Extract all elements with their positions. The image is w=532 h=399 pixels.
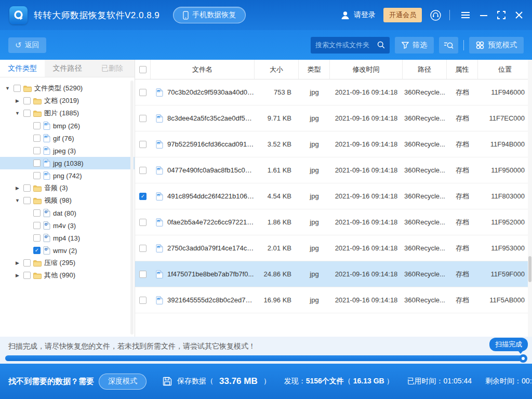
table-scrollbar[interactable] <box>528 60 532 337</box>
tree-checkbox[interactable] <box>33 159 41 167</box>
chevron-collapsed-icon[interactable]: ▶ <box>14 98 21 103</box>
tree-item[interactable]: bmp (26) <box>0 119 135 132</box>
tab-file-path[interactable]: 文件路径 <box>45 60 89 77</box>
login-button[interactable]: 请登录 <box>340 10 376 20</box>
minimize-icon[interactable] <box>480 11 487 19</box>
video-file-icon <box>43 209 50 217</box>
save-data-button[interactable]: 保存数据（33.76 MB） <box>162 376 271 387</box>
tree-checkbox[interactable] <box>23 272 31 279</box>
tree-checkbox[interactable] <box>14 85 21 92</box>
row-checkbox[interactable] <box>139 219 147 226</box>
tree-checkbox[interactable] <box>33 147 41 154</box>
row-checkbox[interactable] <box>139 271 147 278</box>
search-icon[interactable] <box>377 41 385 49</box>
file-modified: 2021-09-16 09:14:18 <box>330 166 403 174</box>
column-header-location[interactable]: 位置 <box>478 60 532 79</box>
chevron-expanded-icon[interactable]: ▼ <box>4 86 11 91</box>
save-size: 33.76 MB <box>219 376 258 387</box>
table-row[interactable]: 97b5225916cfd36ccad0919...3.52 KBjpg2021… <box>135 131 532 157</box>
tree-item[interactable]: jpeg (3) <box>0 144 135 157</box>
file-type: jpg <box>299 140 330 148</box>
video-file-icon <box>43 246 50 255</box>
scan-progress-knob[interactable] <box>519 354 527 363</box>
filter-button[interactable]: 筛选 <box>395 37 434 54</box>
vip-upgrade-button[interactable]: 开通会员 <box>383 8 422 22</box>
chevron-expanded-icon[interactable]: ▼ <box>14 111 21 116</box>
select-all-checkbox[interactable] <box>139 66 147 73</box>
deep-mode-button[interactable]: 深度模式 <box>99 374 147 390</box>
tree-item[interactable]: mp4 (13) <box>0 232 135 244</box>
chevron-collapsed-icon[interactable]: ▶ <box>14 185 21 191</box>
search-input[interactable] <box>315 41 377 49</box>
tree-item[interactable]: ▼视频 (98) <box>0 194 135 207</box>
phone-recovery-button[interactable]: 手机数据恢复 <box>173 7 246 23</box>
column-header-attr[interactable]: 属性 <box>447 60 478 79</box>
tree-item[interactable]: ▶文档 (2019) <box>0 95 135 107</box>
tab-deleted[interactable]: 已删除 <box>90 60 135 77</box>
tree-item[interactable]: ▼文件类型 (5290) <box>0 82 135 95</box>
tree-checkbox[interactable] <box>33 172 41 179</box>
tree-checkbox[interactable] <box>33 135 41 142</box>
tree-item[interactable]: png (742) <box>0 169 135 182</box>
tree-checkbox[interactable] <box>23 259 31 267</box>
table-row[interactable]: 8c3dee42a5fc35c2ae0df5ee...9.71 KBjpg202… <box>135 105 532 131</box>
back-label: 返回 <box>25 41 39 50</box>
tree-checkbox[interactable] <box>33 247 41 254</box>
tree-checkbox[interactable] <box>33 122 41 129</box>
table-scrollbar-thumb[interactable] <box>528 256 531 282</box>
tree-item[interactable]: m4v (3) <box>0 219 135 232</box>
chevron-collapsed-icon[interactable]: ▶ <box>14 273 21 278</box>
tree-item[interactable]: ▶压缩 (295) <box>0 257 135 269</box>
tree-item[interactable]: dat (80) <box>0 207 135 219</box>
tree-checkbox[interactable] <box>33 222 41 229</box>
tree-item[interactable]: ▶其他 (990) <box>0 269 135 282</box>
row-checkbox[interactable] <box>139 89 147 96</box>
table-row[interactable]: 70c3b20d2c9f5930aa40d05...753 Bjpg2021-0… <box>135 79 532 105</box>
row-checkbox[interactable] <box>139 167 147 174</box>
tree-item[interactable]: gif (76) <box>0 132 135 144</box>
column-header-name[interactable]: 文件名 <box>151 60 255 79</box>
column-header-modified[interactable]: 修改时间 <box>330 60 403 79</box>
table-row[interactable]: 0477e490fc0a9ac8fb15c074...1.61 KBjpg202… <box>135 157 532 183</box>
back-button[interactable]: ↺ 返回 <box>8 37 46 53</box>
footer-bar: 找不到需要的数据？需要 深度模式 保存数据（33.76 MB） 发现：5156个… <box>0 364 532 399</box>
row-checkbox[interactable] <box>139 297 147 304</box>
column-header-size[interactable]: 大小 <box>255 60 299 79</box>
chevron-expanded-icon[interactable]: ▼ <box>14 198 21 203</box>
table-row[interactable]: 1f475071be8beb7ab7fb7f0...24.86 KBjpg202… <box>135 261 532 287</box>
preview-mode-button[interactable]: 预览模式 <box>469 37 524 54</box>
chevron-collapsed-icon[interactable]: ▶ <box>14 260 21 265</box>
table-row[interactable]: 2750c3add0a79f14ce174c3...2.01 KBjpg2021… <box>135 235 532 261</box>
tree-checkbox[interactable] <box>23 184 31 192</box>
customer-service-icon[interactable] <box>430 9 442 21</box>
maximize-icon[interactable] <box>497 11 506 19</box>
file-attr: 存档 <box>447 88 478 97</box>
tab-file-type[interactable]: 文件类型 <box>0 60 45 77</box>
tree-item[interactable]: ▼图片 (1885) <box>0 107 135 119</box>
table-row[interactable]: 0fae2b5a4e722c6cc972214...1.86 KBjpg2021… <box>135 209 532 235</box>
row-checkbox[interactable] <box>139 141 147 148</box>
table-row[interactable]: 491c8954ddc26f4221b106b...4.54 KBjpg2021… <box>135 183 532 209</box>
row-checkbox[interactable] <box>139 115 147 122</box>
tree-item-label: 音频 (3) <box>44 183 68 193</box>
tree-item[interactable]: jpg (1038) <box>0 157 135 169</box>
sidebar-scrollbar[interactable] <box>130 81 134 335</box>
phone-recovery-label: 手机数据恢复 <box>192 10 236 20</box>
tree-checkbox[interactable] <box>33 234 41 242</box>
folder-icon <box>33 185 42 192</box>
tree-checkbox[interactable] <box>23 197 31 204</box>
search-box[interactable] <box>311 37 390 54</box>
column-header-path[interactable]: 路径 <box>403 60 447 79</box>
tree-checkbox[interactable] <box>33 209 41 217</box>
menu-icon[interactable] <box>461 11 470 19</box>
table-row[interactable]: 3921645555d2c8b0c2ed733...16.96 KBjpg202… <box>135 287 532 313</box>
column-header-type[interactable]: 类型 <box>299 60 330 79</box>
close-icon[interactable] <box>515 11 523 19</box>
search-results-button[interactable] <box>439 37 458 54</box>
row-checkbox[interactable] <box>139 245 147 252</box>
tree-checkbox[interactable] <box>23 97 31 104</box>
tree-item[interactable]: ▶音频 (3) <box>0 182 135 194</box>
tree-checkbox[interactable] <box>23 110 31 117</box>
row-checkbox[interactable] <box>139 193 147 200</box>
tree-item[interactable]: wmv (2) <box>0 244 135 257</box>
